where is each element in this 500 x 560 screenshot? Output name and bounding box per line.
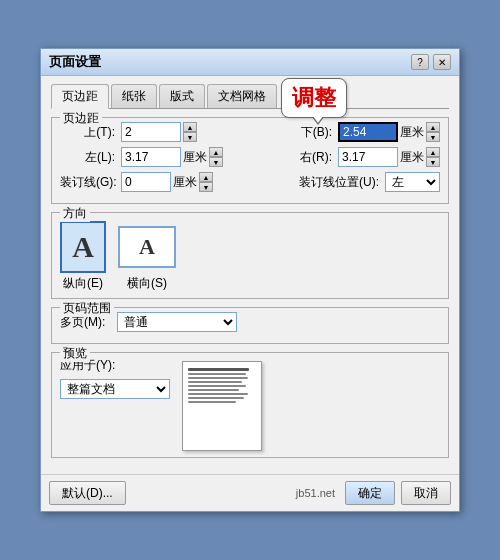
page-range-section: 页码范围 多页(M): 普通 对称页边距 拼页 书籍折叠 反向书籍折叠 [51, 307, 449, 344]
margins-section: 页边距 上(T): ▲ ▼ 下(B): 厘米 ▲ [51, 117, 449, 204]
gutter-input-group: 厘米 ▲ ▼ [121, 172, 213, 192]
preview-box-container [182, 357, 262, 451]
margins-title: 页边距 [60, 110, 102, 127]
right-spinner[interactable]: ▲ ▼ [426, 147, 440, 167]
gutter-unit: 厘米 [173, 174, 197, 191]
preview-line-7 [188, 393, 248, 395]
preview-line-2 [188, 373, 246, 375]
tab-layout[interactable]: 版式 [159, 84, 205, 108]
gutter-spin-down[interactable]: ▼ [199, 182, 213, 192]
portrait-item: A 纵向(E) [60, 221, 106, 292]
dialog-title: 页面设置 [49, 53, 101, 71]
left-right-row: 左(L): 厘米 ▲ ▼ 右(R): 厘米 ▲ ▼ [60, 147, 440, 167]
cancel-button[interactable]: 取消 [401, 481, 451, 505]
bottom-input[interactable] [338, 122, 398, 142]
right-unit: 厘米 [400, 149, 424, 166]
right-input[interactable] [338, 147, 398, 167]
bottom-unit: 厘米 [400, 124, 424, 141]
portrait-label: 纵向(E) [63, 275, 103, 292]
multi-page-row: 多页(M): 普通 对称页边距 拼页 书籍折叠 反向书籍折叠 [60, 312, 440, 332]
gutter-spinner[interactable]: ▲ ▼ [199, 172, 213, 192]
preview-line-8 [188, 397, 244, 399]
ok-button[interactable]: 确定 [345, 481, 395, 505]
right-input-group: 厘米 ▲ ▼ [338, 147, 440, 167]
page-setup-dialog: 页面设置 ? ✕ 调整 页边距 纸张 版式 文档网格 页边距 上(T): [40, 48, 460, 512]
left-spin-down[interactable]: ▼ [209, 157, 223, 167]
landscape-label: 横向(S) [127, 275, 167, 292]
right-label: 右(R): [277, 149, 332, 166]
tab-margins[interactable]: 页边距 [51, 84, 109, 109]
title-icons: ? ✕ [411, 54, 451, 70]
preview-line-3 [188, 377, 248, 379]
left-input[interactable] [121, 147, 181, 167]
preview-line-4 [188, 381, 242, 383]
watermark: jb51.net [296, 487, 335, 499]
top-input[interactable] [121, 122, 181, 142]
preview-line-5 [188, 385, 246, 387]
left-spin-up[interactable]: ▲ [209, 147, 223, 157]
gutter-input[interactable] [121, 172, 171, 192]
top-spinner[interactable]: ▲ ▼ [183, 122, 197, 142]
left-unit: 厘米 [183, 149, 207, 166]
top-spin-up[interactable]: ▲ [183, 122, 197, 132]
bottom-spinner[interactable]: ▲ ▼ [426, 122, 440, 142]
close-icon[interactable]: ✕ [433, 54, 451, 70]
tab-paper[interactable]: 纸张 [111, 84, 157, 108]
tab-grid[interactable]: 文档网格 [207, 84, 277, 108]
bottom-input-group: 厘米 ▲ ▼ [338, 122, 440, 142]
preview-left: 应用于(Y): 整篇文档 本节 插入点之后 [60, 357, 170, 399]
preview-title: 预览 [60, 345, 90, 362]
top-input-group: ▲ ▼ [121, 122, 197, 142]
top-spin-down[interactable]: ▼ [183, 132, 197, 142]
right-spin-up[interactable]: ▲ [426, 147, 440, 157]
right-spin-down[interactable]: ▼ [426, 157, 440, 167]
dialog-body: 页边距 纸张 版式 文档网格 页边距 上(T): ▲ ▼ 下(B): [41, 76, 459, 474]
title-bar: 页面设置 ? ✕ [41, 49, 459, 76]
page-range-title: 页码范围 [60, 300, 114, 317]
preview-section: 预览 应用于(Y): 整篇文档 本节 插入点之后 [51, 352, 449, 458]
apply-select[interactable]: 整篇文档 本节 插入点之后 [60, 379, 170, 399]
direction-icons: A 纵向(E) A 横向(S) [60, 221, 440, 292]
bottom-spin-up[interactable]: ▲ [426, 122, 440, 132]
gutter-label: 装订线(G): [60, 174, 115, 191]
landscape-item: A 横向(S) [118, 226, 176, 292]
bottom-label: 下(B): [277, 124, 332, 141]
landscape-icon[interactable]: A [118, 226, 176, 268]
gutter-spin-up[interactable]: ▲ [199, 172, 213, 182]
preview-thumbnail [182, 361, 262, 451]
direction-title: 方向 [60, 205, 90, 222]
preview-line-1 [188, 368, 249, 371]
left-input-group: 厘米 ▲ ▼ [121, 147, 223, 167]
preview-line-9 [188, 401, 236, 403]
portrait-icon[interactable]: A [60, 221, 106, 273]
help-icon[interactable]: ? [411, 54, 429, 70]
direction-section: 方向 A 纵向(E) A 横向(S) [51, 212, 449, 299]
button-row: 默认(D)... jb51.net 确定 取消 [41, 474, 459, 511]
bottom-spin-down[interactable]: ▼ [426, 132, 440, 142]
gutter-row: 装订线(G): 厘米 ▲ ▼ 装订线位置(U): 左 右 上 [60, 172, 440, 192]
tabs: 页边距 纸张 版式 文档网格 [51, 84, 449, 109]
top-bottom-row: 上(T): ▲ ▼ 下(B): 厘米 ▲ ▼ [60, 122, 440, 142]
preview-line-6 [188, 389, 239, 391]
gutter-pos-select[interactable]: 左 右 上 [385, 172, 440, 192]
gutter-pos-label: 装订线位置(U): [299, 174, 379, 191]
left-spinner[interactable]: ▲ ▼ [209, 147, 223, 167]
balloon-label: 调整 [281, 78, 347, 118]
left-label: 左(L): [60, 149, 115, 166]
default-button[interactable]: 默认(D)... [49, 481, 126, 505]
multi-page-select[interactable]: 普通 对称页边距 拼页 书籍折叠 反向书籍折叠 [117, 312, 237, 332]
